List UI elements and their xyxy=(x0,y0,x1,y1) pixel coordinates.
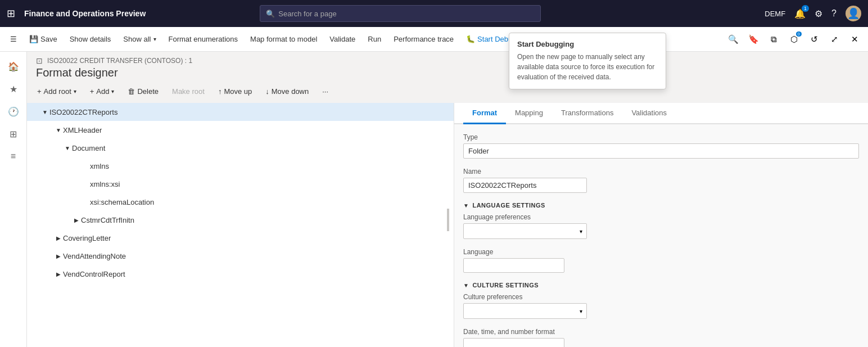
grid-icon[interactable]: ⊞ xyxy=(7,7,15,20)
tooltip-title: Start Debugging xyxy=(517,40,658,48)
notification-badge: 1 xyxy=(802,5,809,12)
top-bar-right: DEMF 🔔 1 ⚙ ? 👤 xyxy=(765,6,861,21)
node-label-9: VendControlReport xyxy=(63,270,449,278)
node-label-4: xmlns:xsi xyxy=(90,180,449,188)
type-field-group: Type Folder xyxy=(463,133,859,159)
sidebar-icon-grid[interactable]: ⊞ xyxy=(3,124,24,144)
second-bar: ☰ 💾 Save Show details Show all ▾ Format … xyxy=(0,27,868,52)
map-format-button[interactable]: Map format to model xyxy=(245,29,323,49)
badge-button[interactable]: ⬡ 0 xyxy=(785,30,803,48)
filter-icon[interactable]: ⊡ xyxy=(36,56,43,65)
more-button[interactable]: ··· xyxy=(317,83,334,100)
type-label: Type xyxy=(463,133,859,141)
delete-icon: 🗑 xyxy=(128,87,135,96)
language-settings-header: ▼ LANGUAGE SETTINGS xyxy=(463,202,859,209)
validate-button[interactable]: Validate xyxy=(324,29,361,49)
performance-trace-button[interactable]: Performance trace xyxy=(388,29,459,49)
top-bar: ⊞ Finance and Operations Preview 🔍 Searc… xyxy=(0,0,868,27)
expand-icon-3 xyxy=(81,161,90,170)
tree-row-1[interactable]: ▼ XMLHeader xyxy=(27,121,454,139)
hamburger-icon: ☰ xyxy=(10,35,17,43)
sidebar-icon-history[interactable]: 🕐 xyxy=(3,101,24,121)
language-collapse-icon[interactable]: ▼ xyxy=(463,202,469,209)
resize-handle[interactable] xyxy=(447,209,449,231)
search-toggle-button[interactable]: 🔍 xyxy=(724,30,742,48)
tree-row-4[interactable]: xmlns:xsi xyxy=(27,175,454,193)
avatar[interactable]: 👤 xyxy=(846,6,861,21)
expand-icon-6: ▶ xyxy=(72,215,81,224)
move-up-button[interactable]: ↑ Move up xyxy=(213,83,257,100)
culture-prefs-field-group: Culture preferences ▾ xyxy=(463,293,859,319)
help-icon[interactable]: ? xyxy=(831,8,837,19)
save-icon: 💾 xyxy=(29,35,38,43)
page-header: ⊡ ISO20022 CREDIT TRANSFER (CONTOSO) : 1… xyxy=(27,52,868,79)
language-prefs-label: Language preferences xyxy=(463,213,859,221)
node-label-2: Document xyxy=(72,144,449,152)
language-label: Language xyxy=(463,248,859,256)
breadcrumb: ISO20022 CREDIT TRANSFER (CONTOSO) : 1 xyxy=(47,57,192,65)
tree-row-2[interactable]: ▼ Document xyxy=(27,139,454,157)
language-prefs-select[interactable] xyxy=(463,223,587,239)
run-button[interactable]: Run xyxy=(362,29,387,49)
tree-row-0[interactable]: ▼ ISO20022CTReports xyxy=(27,103,454,121)
sidebar-icon-list[interactable]: ≡ xyxy=(3,146,24,166)
toolbar: + Add root ▾ + Add ▾ 🗑 Delete Make root … xyxy=(27,79,868,103)
date-time-label: Date, time, and number format xyxy=(463,328,859,336)
save-button[interactable]: 💾 Save xyxy=(24,29,63,49)
culture-prefs-select[interactable] xyxy=(463,303,587,319)
delete-button[interactable]: 🗑 Delete xyxy=(122,83,164,100)
sidebar-icon-star[interactable]: ★ xyxy=(3,79,24,99)
refresh-button[interactable]: ↺ xyxy=(805,30,823,48)
tree-row-6[interactable]: ▶ CstmrCdtTrfInitn xyxy=(27,211,454,229)
detail-tabs: Format Mapping Transformations Validatio… xyxy=(454,103,868,124)
format-enumerations-button[interactable]: Format enumerations xyxy=(163,29,244,49)
tree-row-5[interactable]: xsi:schemaLocation xyxy=(27,193,454,211)
add-root-button[interactable]: + Add root ▾ xyxy=(31,83,82,100)
add-icon: + xyxy=(90,87,94,96)
sidebar-icon-home[interactable]: 🏠 xyxy=(3,56,24,76)
sidebar: 🏠 ★ 🕐 ⊞ ≡ xyxy=(0,52,27,347)
node-label-3: xmlns xyxy=(90,162,449,170)
settings-icon[interactable]: ⚙ xyxy=(815,8,822,19)
name-input[interactable] xyxy=(463,178,587,193)
show-all-button[interactable]: Show all ▾ xyxy=(117,29,161,49)
hamburger-button[interactable]: ☰ xyxy=(4,29,22,49)
content-area: ⊡ ISO20022 CREDIT TRANSFER (CONTOSO) : 1… xyxy=(27,52,868,347)
tab-format[interactable]: Format xyxy=(463,103,506,124)
tree-row-3[interactable]: xmlns xyxy=(27,157,454,175)
move-down-button[interactable]: ↓ Move down xyxy=(260,83,314,100)
bookmark-button[interactable]: 🔖 xyxy=(744,30,762,48)
show-details-button[interactable]: Show details xyxy=(64,29,117,49)
user-label: DEMF xyxy=(765,10,785,18)
tree-panel: ▼ ISO20022CTReports ▼ XMLHeader ▼ Docume… xyxy=(27,103,454,347)
node-label-0: ISO20022CTReports xyxy=(49,108,449,116)
expand-icon-7: ▶ xyxy=(54,233,63,242)
tab-mapping[interactable]: Mapping xyxy=(506,103,552,124)
page-title: Format designer xyxy=(36,66,859,79)
detail-panel: Format Mapping Transformations Validatio… xyxy=(454,103,868,347)
node-label-1: XMLHeader xyxy=(63,126,449,134)
tree-row-8[interactable]: ▶ VendAttendingNote xyxy=(27,247,454,265)
node-label-7: CoveringLetter xyxy=(63,234,449,242)
notification-icon[interactable]: 🔔 1 xyxy=(794,8,806,19)
expand-icon-4 xyxy=(81,179,90,188)
expand-icon-1: ▼ xyxy=(54,125,63,134)
node-label-6: CstmrCdtTrfInitn xyxy=(81,216,449,224)
split-button[interactable]: ⧉ xyxy=(765,30,783,48)
search-placeholder: Search for a page xyxy=(278,10,336,18)
tab-transformations[interactable]: Transformations xyxy=(552,103,622,124)
expand-icon-2: ▼ xyxy=(63,143,72,152)
tree-row-9[interactable]: ▶ VendControlReport xyxy=(27,265,454,283)
add-button[interactable]: + Add ▾ xyxy=(84,83,120,100)
badge-count: 0 xyxy=(796,31,802,37)
search-box[interactable]: 🔍 Search for a page xyxy=(260,5,541,22)
culture-collapse-icon[interactable]: ▼ xyxy=(463,282,469,289)
tab-validations[interactable]: Validations xyxy=(622,103,676,124)
close-button[interactable]: ✕ xyxy=(846,30,864,48)
expand-button[interactable]: ⤢ xyxy=(825,30,843,48)
show-all-dropdown-icon: ▾ xyxy=(153,36,156,42)
app-title: Finance and Operations Preview xyxy=(24,9,146,18)
tree-row-7[interactable]: ▶ CoveringLetter xyxy=(27,229,454,247)
culture-settings-header: ▼ CULTURE SETTINGS xyxy=(463,282,859,289)
split-area: ▼ ISO20022CTReports ▼ XMLHeader ▼ Docume… xyxy=(27,103,868,347)
